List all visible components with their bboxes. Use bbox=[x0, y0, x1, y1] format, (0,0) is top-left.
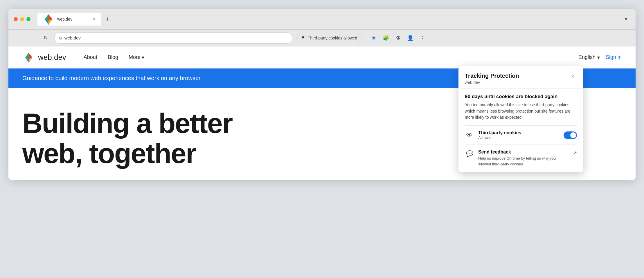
address-bar: ← → ↻ ⊙ web.dev 👁 Third-party cookies al… bbox=[8, 30, 636, 46]
cookies-days-title: 90 days until cookies are blocked again bbox=[465, 94, 577, 100]
new-tab-button[interactable]: + bbox=[102, 14, 113, 24]
page-content: web.dev About Blog More ▾ English ▾ Sign… bbox=[8, 46, 636, 180]
divider-1 bbox=[465, 125, 577, 126]
nav-blog[interactable]: Blog bbox=[108, 54, 118, 60]
feedback-title: Send feedback bbox=[478, 149, 569, 155]
extensions-button[interactable]: 🧩 bbox=[381, 33, 391, 43]
language-label: English bbox=[578, 54, 596, 60]
more-chevron-icon: ▾ bbox=[142, 54, 144, 61]
browser-window: web.dev × + ▼ ← → ↻ ⊙ web.dev 👁 Third-pa… bbox=[8, 9, 636, 180]
popup-header: Tracking Protection web.dev × bbox=[458, 66, 583, 89]
cookies-badge[interactable]: 👁 Third-party cookies allowed bbox=[296, 33, 361, 43]
cookies-toggle-status: Allowed bbox=[478, 136, 560, 140]
active-tab[interactable]: web.dev × bbox=[37, 13, 101, 26]
cookies-toggle-switch[interactable] bbox=[564, 131, 577, 139]
popup-close-button[interactable]: × bbox=[569, 73, 577, 81]
maximize-window-button[interactable] bbox=[26, 17, 30, 21]
tab-list-dropdown[interactable]: ▼ bbox=[622, 16, 630, 23]
feedback-icon: 💬 bbox=[465, 150, 474, 157]
popup-body: 90 days until cookies are blocked again … bbox=[458, 89, 583, 172]
minimize-window-button[interactable] bbox=[20, 17, 24, 21]
feedback-description: Help us improve Chrome by telling us why… bbox=[478, 156, 569, 167]
bookmark-star-button[interactable]: ★ bbox=[368, 33, 379, 43]
cookies-toggle-label: Third-party cookies Allowed bbox=[478, 130, 560, 140]
nav-end: English ▾ Sign in bbox=[578, 54, 622, 61]
site-info-icon: ⊙ bbox=[59, 36, 62, 40]
hero-heading: Building a better web, together bbox=[22, 108, 255, 168]
language-selector[interactable]: English ▾ bbox=[578, 54, 600, 61]
sign-in-button[interactable]: Sign in bbox=[606, 54, 622, 60]
profile-button[interactable]: 👤 bbox=[405, 33, 415, 43]
popup-title: Tracking Protection bbox=[465, 73, 519, 79]
feedback-external-link-icon[interactable]: ↗ bbox=[573, 150, 577, 156]
eye-icon: 👁 bbox=[301, 35, 305, 41]
tab-bar: web.dev × + bbox=[37, 13, 618, 26]
lab-button[interactable]: ⚗ bbox=[393, 33, 403, 43]
cookies-description: You temporarily allowed this site to use… bbox=[465, 102, 577, 121]
cookies-toggle-name: Third-party cookies bbox=[478, 130, 560, 136]
site-logo-text: web.dev bbox=[38, 53, 66, 62]
forward-button[interactable]: → bbox=[28, 33, 37, 43]
reload-button[interactable]: ↻ bbox=[41, 33, 50, 43]
url-bar[interactable]: ⊙ web.dev bbox=[54, 33, 292, 44]
site-logo[interactable]: web.dev bbox=[22, 51, 66, 64]
address-bar-actions: ★ 🧩 ⚗ 👤 ⋮ bbox=[368, 33, 428, 43]
back-button[interactable]: ← bbox=[14, 33, 24, 43]
popup-subtitle: web.dev bbox=[465, 80, 519, 85]
close-window-button[interactable] bbox=[14, 17, 18, 21]
chrome-menu-button[interactable]: ⋮ bbox=[417, 33, 428, 43]
tab-favicon bbox=[42, 13, 55, 26]
popup-title-area: Tracking Protection web.dev bbox=[465, 73, 519, 85]
title-bar-end: ▼ bbox=[622, 16, 630, 23]
third-party-cookies-row: 👁 Third-party cookies Allowed bbox=[465, 130, 577, 140]
title-bar: web.dev × + ▼ bbox=[8, 9, 636, 30]
cookies-eye-icon: 👁 bbox=[465, 131, 474, 139]
url-text: web.dev bbox=[64, 35, 81, 40]
tab-close-button[interactable]: × bbox=[91, 16, 97, 22]
divider-2 bbox=[465, 145, 577, 145]
site-nav: web.dev About Blog More ▾ English ▾ Sign… bbox=[8, 46, 636, 68]
feedback-content: Send feedback Help us improve Chrome by … bbox=[478, 149, 569, 167]
tab-title: web.dev bbox=[57, 17, 72, 21]
feedback-row: 💬 Send feedback Help us improve Chrome b… bbox=[465, 149, 577, 167]
main-nav: About Blog More ▾ bbox=[84, 54, 144, 61]
cookies-badge-label: Third-party cookies allowed bbox=[308, 36, 357, 40]
nav-more[interactable]: More ▾ bbox=[129, 54, 144, 61]
tracking-protection-popup: Tracking Protection web.dev × 90 days un… bbox=[458, 66, 583, 172]
language-chevron-icon: ▾ bbox=[597, 54, 600, 61]
traffic-lights bbox=[14, 17, 30, 21]
nav-about[interactable]: About bbox=[84, 54, 97, 60]
